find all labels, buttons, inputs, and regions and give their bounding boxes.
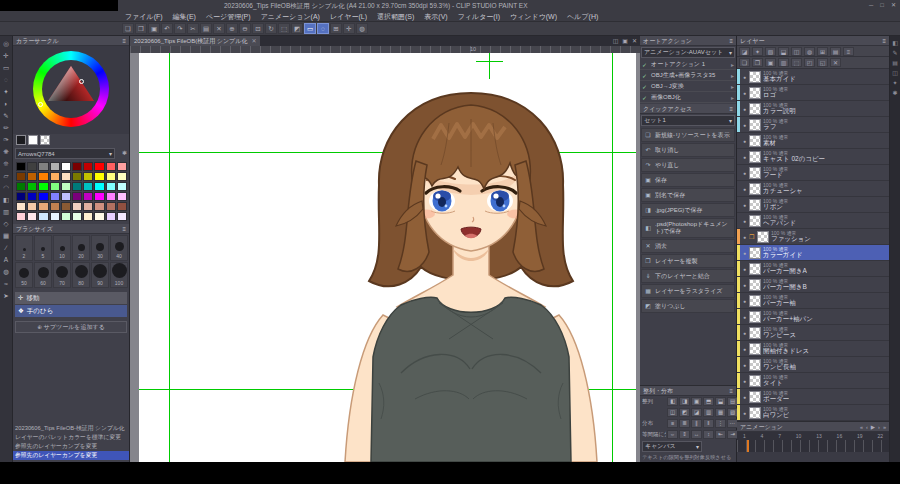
- color-swatch[interactable]: [94, 172, 104, 181]
- panel-menu-icon[interactable]: ≡: [882, 36, 886, 45]
- color-swatch[interactable]: [106, 162, 116, 171]
- align-button[interactable]: ⬒: [703, 397, 714, 406]
- menu-item[interactable]: 編集(E): [168, 11, 201, 22]
- transport-button[interactable]: ‹: [866, 422, 868, 431]
- color-swatch[interactable]: [27, 202, 37, 211]
- history-entry[interactable]: 参照先のレイヤーカンプを変更: [13, 442, 129, 451]
- toolbar-icon[interactable]: ❐: [135, 23, 147, 34]
- transport-button[interactable]: ›: [878, 422, 880, 431]
- history-entry[interactable]: レイヤーのパレットカラーを標準に変更: [13, 433, 129, 442]
- layer-toolbar-icon[interactable]: ▧: [765, 47, 776, 56]
- visibility-eye-icon[interactable]: ●: [740, 138, 749, 144]
- play-icon[interactable]: ▸: [731, 94, 734, 101]
- color-swatch[interactable]: [27, 172, 37, 181]
- brush-size-cell[interactable]: 50: [15, 262, 33, 288]
- panel-menu-icon[interactable]: ≡: [729, 36, 733, 45]
- color-swatch[interactable]: [117, 172, 127, 181]
- visibility-eye-icon[interactable]: ●: [740, 74, 749, 80]
- quick-access-item[interactable]: ▦ レイヤーをラスタライズ: [641, 284, 735, 298]
- layer-toolbar-icon[interactable]: ◫: [791, 47, 802, 56]
- layer-thumbnail[interactable]: [749, 215, 761, 227]
- panel-menu-icon[interactable]: ≡: [122, 224, 126, 233]
- layer-row[interactable]: ● ❐ 100 % 通常 カチューシャ: [737, 181, 889, 197]
- layer-row[interactable]: ● ❐ 100 % 通常 素材: [737, 133, 889, 149]
- tool-icon[interactable]: ≈: [1, 278, 12, 289]
- play-icon[interactable]: ▸: [731, 72, 734, 79]
- layer-row[interactable]: ● ❐ 100 % 通常 ロゴ: [737, 85, 889, 101]
- dock-icon[interactable]: ✎: [892, 49, 897, 56]
- window-control-button[interactable]: ─: [869, 0, 873, 11]
- quick-access-item[interactable]: ◧ .psd(Photoshopドキュメント)で保存: [641, 218, 735, 238]
- color-swatch[interactable]: [94, 202, 104, 211]
- visibility-eye-icon[interactable]: ●: [740, 346, 749, 352]
- distribute-button[interactable]: ‖: [703, 419, 714, 428]
- color-swatch[interactable]: [117, 212, 127, 221]
- checkbox-icon[interactable]: ✓: [642, 94, 649, 101]
- align-button[interactable]: ▦: [715, 408, 726, 417]
- layer-command-icon[interactable]: ◰: [804, 58, 815, 67]
- align-button[interactable]: ▥: [703, 408, 714, 417]
- panel-menu-icon[interactable]: ≡: [729, 104, 733, 113]
- layer-thumbnail[interactable]: [749, 87, 761, 99]
- layer-row[interactable]: ● ❐ 100 % 通常 パーカー+袖パン: [737, 309, 889, 325]
- quick-access-item[interactable]: ↷ やり直し: [641, 158, 735, 172]
- main-color-swatch[interactable]: [16, 135, 26, 145]
- color-swatch[interactable]: [50, 202, 60, 211]
- layer-command-icon[interactable]: ❏: [739, 58, 750, 67]
- tabbar-icon[interactable]: ✕: [632, 36, 637, 46]
- tool-icon[interactable]: ◍: [1, 266, 12, 277]
- panel-menu-icon[interactable]: ≡: [729, 386, 733, 395]
- color-swatch[interactable]: [106, 192, 116, 201]
- color-swatch[interactable]: [16, 202, 26, 211]
- color-swatch[interactable]: [38, 212, 48, 221]
- tool-icon[interactable]: ➤: [1, 290, 12, 301]
- layer-row[interactable]: ● ❐ 100 % 通常 パーカー開きB: [737, 277, 889, 293]
- color-swatch[interactable]: [61, 172, 71, 181]
- layer-row[interactable]: ● ❐ 100 % 通常 ボーダー: [737, 389, 889, 405]
- layer-thumbnail[interactable]: [749, 391, 761, 403]
- layer-thumbnail[interactable]: [749, 343, 761, 355]
- color-swatch[interactable]: [106, 182, 116, 191]
- layer-thumbnail[interactable]: [749, 135, 761, 147]
- auto-action-item[interactable]: ✓ OBJ→J変換 ▸: [640, 81, 736, 92]
- align-button[interactable]: ◨: [679, 397, 690, 406]
- brush-size-cell[interactable]: 40: [110, 235, 128, 261]
- toolbar-icon[interactable]: ✂: [187, 23, 199, 34]
- layer-thumbnail[interactable]: [749, 359, 761, 371]
- visibility-eye-icon[interactable]: ●: [740, 122, 749, 128]
- play-icon[interactable]: ▸: [731, 61, 734, 68]
- sv-triangle[interactable]: [46, 65, 96, 111]
- color-swatch[interactable]: [38, 182, 48, 191]
- layer-thumbnail[interactable]: [749, 119, 761, 131]
- window-control-button[interactable]: □: [880, 0, 884, 11]
- sv-cursor[interactable]: [38, 102, 43, 107]
- color-swatch[interactable]: [94, 192, 104, 201]
- dock-icon[interactable]: ✦: [892, 79, 897, 86]
- spacing-button[interactable]: ⇤: [715, 430, 726, 439]
- tool-icon[interactable]: ◗: [1, 98, 12, 109]
- color-swatch[interactable]: [83, 162, 93, 171]
- color-swatch[interactable]: [61, 192, 71, 201]
- color-swatch[interactable]: [16, 182, 26, 191]
- color-swatch[interactable]: [72, 192, 82, 201]
- menu-item[interactable]: ページ管理(P): [201, 11, 256, 22]
- visibility-eye-icon[interactable]: ●: [740, 314, 749, 320]
- color-swatch[interactable]: [72, 162, 82, 171]
- toolbar-icon[interactable]: ↻: [265, 23, 277, 34]
- brush-size-cell[interactable]: 60: [34, 262, 52, 288]
- transport-button[interactable]: ▶: [871, 422, 875, 431]
- hue-ring[interactable]: [33, 51, 109, 127]
- visibility-eye-icon[interactable]: ●: [740, 362, 749, 368]
- layer-row[interactable]: ● ❐ 100 % 通常 ワンピース: [737, 325, 889, 341]
- color-swatch[interactable]: [27, 192, 37, 201]
- transparent-color-swatch[interactable]: [40, 135, 50, 145]
- brush-size-cell[interactable]: 5: [34, 235, 52, 261]
- align-button[interactable]: ⬓: [715, 397, 726, 406]
- color-swatch[interactable]: [83, 202, 93, 211]
- layer-row[interactable]: ● ❐ 100 % 通常 基本ガイド: [737, 69, 889, 85]
- layer-row[interactable]: ● ❐ 100 % 通常 タイト: [737, 373, 889, 389]
- align-button[interactable]: ◪: [691, 408, 702, 417]
- canvas-document[interactable]: [139, 53, 636, 462]
- visibility-eye-icon[interactable]: ●: [740, 218, 749, 224]
- color-swatch[interactable]: [27, 182, 37, 191]
